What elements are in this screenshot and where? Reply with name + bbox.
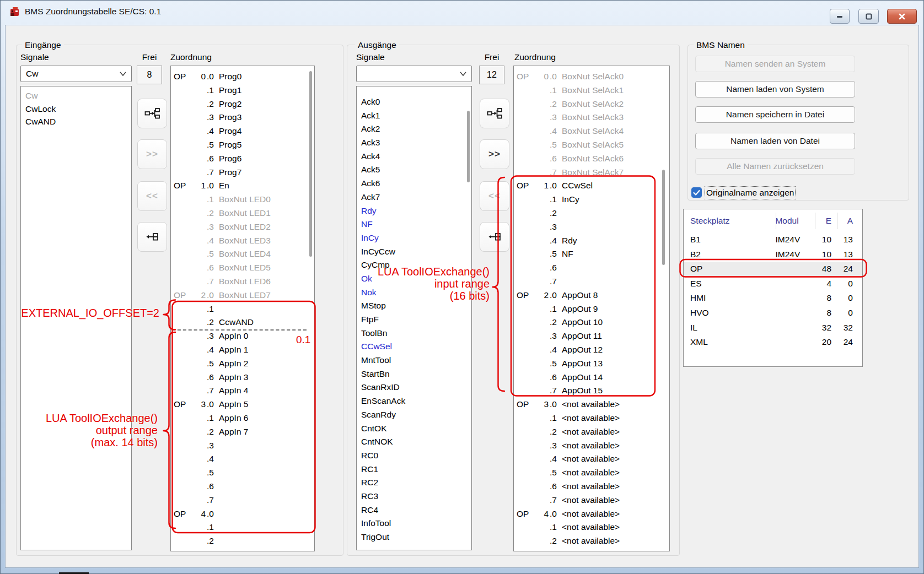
- ausgaenge-zuordnung-list[interactable]: OP0.0BoxNut SelAck0 .1BoxNut SelAck1 .2B…: [513, 66, 670, 551]
- zuordnung-row[interactable]: .3AppOut 11: [514, 329, 669, 343]
- zuordnung-row[interactable]: OP3.0<not available>: [514, 398, 669, 411]
- zuordnung-row[interactable]: .7BoxNut SelAck7: [514, 166, 669, 180]
- ausgaenge-signale-scrollbar-thumb[interactable]: [467, 111, 470, 182]
- zuordnung-row[interactable]: .3: [171, 439, 314, 453]
- eingaenge-add-all-button[interactable]: >>: [137, 139, 167, 169]
- zuordnung-row[interactable]: .2<not available>: [514, 425, 669, 439]
- steckplatz-table[interactable]: Steckplatz Modul E A B1IM24V1013 B2IM24V…: [683, 209, 863, 367]
- zuordnung-row[interactable]: OP2.0BoxNut LED7: [171, 289, 314, 302]
- signal-list-item[interactable]: InfoTool: [357, 517, 471, 530]
- signal-list-item[interactable]: Ack5: [357, 163, 471, 177]
- zuordnung-row[interactable]: .1<not available>: [514, 521, 669, 534]
- ausgaenge-signal-combobox[interactable]: [356, 66, 472, 82]
- zuordnung-row[interactable]: .2BoxNut LED1: [171, 207, 314, 220]
- zuordnung-row[interactable]: .1<not available>: [514, 411, 669, 425]
- zuordnung-row[interactable]: .3AppIn 0: [171, 329, 314, 343]
- zuordnung-row[interactable]: OP4.0: [171, 507, 314, 521]
- zuordnung-row[interactable]: .1BoxNut LED0: [171, 193, 314, 207]
- signal-list-item[interactable]: RC4: [357, 503, 471, 517]
- zuordnung-row[interactable]: .4: [171, 452, 314, 466]
- table-row[interactable]: IL3232: [684, 321, 862, 335]
- zuordnung-row[interactable]: .4AppIn 1: [171, 343, 314, 357]
- zuordnung-row[interactable]: .3BoxNut LED2: [171, 220, 314, 234]
- signal-list-item[interactable]: RC2: [357, 476, 471, 490]
- table-row[interactable]: B1IM24V1013: [684, 232, 862, 247]
- signal-list-item[interactable]: Cw: [21, 89, 131, 102]
- eingaenge-remove-all-button[interactable]: <<: [137, 181, 167, 211]
- signal-list-item[interactable]: CwAND: [21, 115, 131, 128]
- originalname-checkbox-box[interactable]: [691, 187, 702, 198]
- zuordnung-row[interactable]: .7<not available>: [514, 494, 669, 507]
- zuordnung-row[interactable]: .2Prog2: [171, 98, 314, 111]
- eingaenge-remove-button[interactable]: [137, 222, 167, 252]
- eingaenge-signal-combobox[interactable]: Cw: [20, 66, 132, 82]
- zuordnung-row[interactable]: .5Prog5: [171, 138, 314, 152]
- zuordnung-row[interactable]: .6BoxNut SelAck6: [514, 152, 669, 166]
- zuordnung-row[interactable]: .7: [171, 494, 314, 507]
- zuordnung-row[interactable]: OP4.0<not available>: [514, 507, 669, 521]
- zuordnung-row[interactable]: .7: [514, 275, 669, 289]
- col-header-a[interactable]: A: [836, 216, 862, 226]
- zuordnung-row[interactable]: .7AppIn 4: [171, 384, 314, 398]
- signal-list-item[interactable]: CyCmp: [357, 258, 471, 272]
- zuordnung-row[interactable]: .6AppOut 14: [514, 371, 669, 385]
- minimize-button[interactable]: [830, 9, 850, 24]
- zuordnung-row[interactable]: OP1.0CCwSel: [514, 179, 669, 193]
- zuordnung-row[interactable]: OP3.0AppIn 5: [171, 398, 314, 411]
- signal-list-item[interactable]: Rdy: [357, 204, 471, 218]
- zuordnung-row[interactable]: .3: [514, 220, 669, 234]
- zuordnung-row[interactable]: .4BoxNut LED3: [171, 234, 314, 248]
- zuordnung-row[interactable]: .3<not available>: [514, 439, 669, 453]
- zuordnung-row[interactable]: .5AppIn 2: [171, 357, 314, 371]
- eingaenge-signale-list[interactable]: Cw CwLock CwAND: [20, 86, 132, 550]
- table-row[interactable]: XML2024: [684, 335, 862, 350]
- zuordnung-row[interactable]: .1Prog1: [171, 84, 314, 98]
- zuordnung-row[interactable]: .6BoxNut LED5: [171, 261, 314, 275]
- signal-list-item[interactable]: RC1: [357, 463, 471, 476]
- maximize-button[interactable]: [858, 9, 879, 24]
- ausgaenge-assign-button[interactable]: [480, 99, 509, 128]
- zuordnung-row[interactable]: .4AppOut 12: [514, 343, 669, 357]
- zuordnung-row[interactable]: .2: [514, 207, 669, 220]
- signal-list-item[interactable]: Ack6: [357, 177, 471, 191]
- signal-list-item[interactable]: CntOK: [357, 422, 471, 436]
- signal-list-item[interactable]: StartBn: [357, 367, 471, 381]
- signal-list-item[interactable]: CwLock: [21, 102, 131, 116]
- ausgaenge-zuordnung-scrollbar-thumb[interactable]: [662, 170, 665, 265]
- eingaenge-zuordnung-scrollbar-thumb[interactable]: [309, 71, 312, 257]
- signal-list-item[interactable]: Ack0: [357, 95, 471, 109]
- zuordnung-row[interactable]: .5: [171, 466, 314, 480]
- zuordnung-row[interactable]: .2: [171, 534, 314, 548]
- close-button[interactable]: [887, 9, 917, 24]
- signal-list-item[interactable]: FtpF: [357, 313, 471, 327]
- signal-list-item[interactable]: MStop: [357, 299, 471, 313]
- zuordnung-row[interactable]: .4Rdy: [514, 234, 669, 248]
- zuordnung-row[interactable]: .4<not available>: [514, 452, 669, 466]
- zuordnung-row[interactable]: .2BoxNut SelAck2: [514, 98, 669, 111]
- zuordnung-row[interactable]: .5<not available>: [514, 466, 669, 480]
- signal-list-item[interactable]: ScanRdy: [357, 408, 471, 422]
- zuordnung-row[interactable]: .1: [171, 302, 314, 316]
- zuordnung-row[interactable]: .3BoxNut SelAck3: [514, 111, 669, 124]
- title-bar[interactable]: BMS Zuordnungstabelle SE/CS: 0.1: [1, 1, 923, 25]
- zuordnung-row[interactable]: .6: [514, 261, 669, 275]
- bms-name-button[interactable]: Namen laden von System: [695, 81, 855, 98]
- signal-list-item[interactable]: CntNOK: [357, 435, 471, 449]
- signal-list-item[interactable]: RC0: [357, 449, 471, 463]
- zuordnung-row[interactable]: .4Prog4: [171, 124, 314, 138]
- ausgaenge-signale-list[interactable]: Ack0 Ack1 Ack2 Ack3 Ack4 Ack5 Ack6 Ack7 …: [356, 86, 472, 550]
- zuordnung-row[interactable]: .2AppOut 10: [514, 316, 669, 329]
- bms-name-button[interactable]: Alle Namen zurücksetzen: [695, 158, 855, 175]
- bms-name-button[interactable]: Namen speichern in Datei: [695, 106, 855, 123]
- ausgaenge-add-all-button[interactable]: >>: [480, 139, 509, 169]
- table-row[interactable]: HVO80: [684, 306, 862, 321]
- zuordnung-row[interactable]: OP0.0Prog0: [171, 70, 314, 84]
- signal-list-item[interactable]: Ack4: [357, 150, 471, 164]
- zuordnung-row[interactable]: .6: [171, 480, 314, 494]
- signal-list-item[interactable]: ToolBn: [357, 327, 471, 340]
- table-row[interactable]: HMI80: [684, 291, 862, 306]
- ausgaenge-remove-all-button[interactable]: <<: [480, 181, 509, 211]
- table-row[interactable]: OP4824: [684, 262, 862, 277]
- zuordnung-row[interactable]: .7BoxNut LED6: [171, 275, 314, 289]
- signal-list-item[interactable]: MntTool: [357, 354, 471, 367]
